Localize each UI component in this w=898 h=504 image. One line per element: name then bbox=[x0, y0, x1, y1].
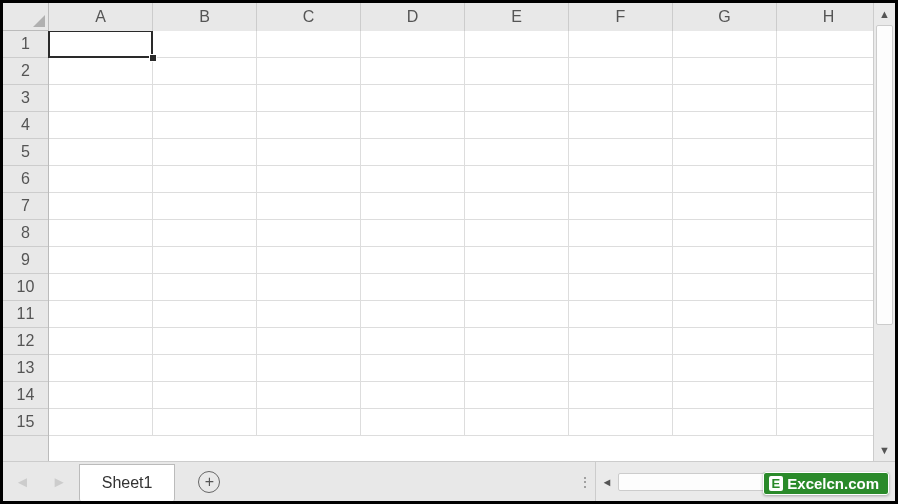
cell[interactable] bbox=[673, 301, 777, 328]
cell[interactable] bbox=[361, 274, 465, 301]
cell[interactable] bbox=[569, 355, 673, 382]
row-header[interactable]: 14 bbox=[3, 382, 48, 409]
cell[interactable] bbox=[361, 31, 465, 58]
row-header[interactable]: 6 bbox=[3, 166, 48, 193]
cell[interactable] bbox=[361, 85, 465, 112]
cell[interactable] bbox=[777, 139, 873, 166]
cell[interactable] bbox=[153, 58, 257, 85]
cell[interactable] bbox=[49, 112, 153, 139]
row-header[interactable]: 7 bbox=[3, 193, 48, 220]
cell[interactable] bbox=[673, 409, 777, 436]
cell[interactable] bbox=[153, 328, 257, 355]
row-header[interactable]: 5 bbox=[3, 139, 48, 166]
cell[interactable] bbox=[49, 58, 153, 85]
sheet-tab-active[interactable]: Sheet1 bbox=[79, 464, 176, 501]
cell[interactable] bbox=[777, 274, 873, 301]
cell[interactable] bbox=[257, 328, 361, 355]
row-header[interactable]: 15 bbox=[3, 409, 48, 436]
row-header[interactable]: 1 bbox=[3, 31, 48, 58]
cell[interactable] bbox=[569, 301, 673, 328]
scroll-down-button[interactable]: ▼ bbox=[874, 439, 896, 461]
cell[interactable] bbox=[465, 139, 569, 166]
cell[interactable] bbox=[257, 382, 361, 409]
cell[interactable] bbox=[569, 112, 673, 139]
cell[interactable] bbox=[49, 382, 153, 409]
cell[interactable] bbox=[777, 301, 873, 328]
cell[interactable] bbox=[49, 139, 153, 166]
cell[interactable] bbox=[257, 139, 361, 166]
cell[interactable] bbox=[153, 301, 257, 328]
cell[interactable] bbox=[257, 112, 361, 139]
cell[interactable] bbox=[49, 85, 153, 112]
cell[interactable] bbox=[153, 166, 257, 193]
row-header[interactable]: 12 bbox=[3, 328, 48, 355]
cell[interactable] bbox=[153, 31, 257, 58]
cell[interactable] bbox=[465, 274, 569, 301]
cell[interactable] bbox=[49, 166, 153, 193]
cell[interactable] bbox=[569, 139, 673, 166]
cell[interactable] bbox=[777, 382, 873, 409]
cell[interactable] bbox=[465, 301, 569, 328]
cell[interactable] bbox=[49, 355, 153, 382]
cell[interactable] bbox=[569, 193, 673, 220]
cell[interactable] bbox=[777, 328, 873, 355]
cell[interactable] bbox=[257, 166, 361, 193]
cell[interactable] bbox=[361, 328, 465, 355]
vertical-scroll-thumb[interactable] bbox=[876, 25, 893, 325]
cell[interactable] bbox=[257, 31, 361, 58]
column-header[interactable]: D bbox=[361, 3, 465, 31]
cell[interactable] bbox=[49, 193, 153, 220]
cell[interactable] bbox=[673, 31, 777, 58]
cell[interactable] bbox=[257, 355, 361, 382]
tab-prev-button[interactable]: ◄ bbox=[15, 473, 30, 490]
row-header[interactable]: 11 bbox=[3, 301, 48, 328]
fill-handle[interactable] bbox=[149, 54, 157, 62]
cell[interactable] bbox=[153, 355, 257, 382]
cell[interactable] bbox=[257, 274, 361, 301]
cell[interactable] bbox=[257, 247, 361, 274]
row-header[interactable]: 4 bbox=[3, 112, 48, 139]
cell[interactable] bbox=[153, 409, 257, 436]
cell[interactable] bbox=[49, 301, 153, 328]
column-header[interactable]: E bbox=[465, 3, 569, 31]
cell[interactable] bbox=[777, 355, 873, 382]
cell[interactable] bbox=[153, 382, 257, 409]
cell[interactable] bbox=[361, 301, 465, 328]
column-header[interactable]: H bbox=[777, 3, 873, 31]
cell[interactable] bbox=[257, 58, 361, 85]
column-header[interactable]: G bbox=[673, 3, 777, 31]
cell[interactable] bbox=[673, 139, 777, 166]
cell[interactable] bbox=[49, 409, 153, 436]
cell[interactable] bbox=[257, 220, 361, 247]
cell[interactable] bbox=[465, 409, 569, 436]
cell[interactable] bbox=[673, 355, 777, 382]
cells-viewport[interactable] bbox=[49, 31, 873, 461]
row-header[interactable]: 13 bbox=[3, 355, 48, 382]
cell[interactable] bbox=[49, 274, 153, 301]
cell[interactable] bbox=[361, 355, 465, 382]
cell[interactable] bbox=[777, 193, 873, 220]
cell[interactable] bbox=[465, 85, 569, 112]
select-all-corner[interactable] bbox=[3, 3, 49, 31]
vertical-scroll-track[interactable] bbox=[874, 25, 895, 439]
cell[interactable] bbox=[465, 220, 569, 247]
tabbar-split-handle[interactable]: ⋮ bbox=[575, 462, 595, 501]
cell[interactable] bbox=[777, 220, 873, 247]
cell[interactable] bbox=[777, 85, 873, 112]
cell[interactable] bbox=[465, 247, 569, 274]
cell[interactable] bbox=[153, 274, 257, 301]
cell[interactable] bbox=[777, 409, 873, 436]
cell[interactable] bbox=[465, 382, 569, 409]
cell[interactable] bbox=[465, 31, 569, 58]
cell[interactable] bbox=[673, 85, 777, 112]
cell[interactable] bbox=[673, 382, 777, 409]
cell[interactable] bbox=[465, 166, 569, 193]
cell[interactable] bbox=[465, 193, 569, 220]
cell[interactable] bbox=[673, 58, 777, 85]
tab-next-button[interactable]: ► bbox=[52, 473, 67, 490]
cell[interactable] bbox=[465, 58, 569, 85]
cell[interactable] bbox=[361, 247, 465, 274]
cell[interactable] bbox=[673, 274, 777, 301]
row-header[interactable]: 8 bbox=[3, 220, 48, 247]
cell[interactable] bbox=[361, 193, 465, 220]
